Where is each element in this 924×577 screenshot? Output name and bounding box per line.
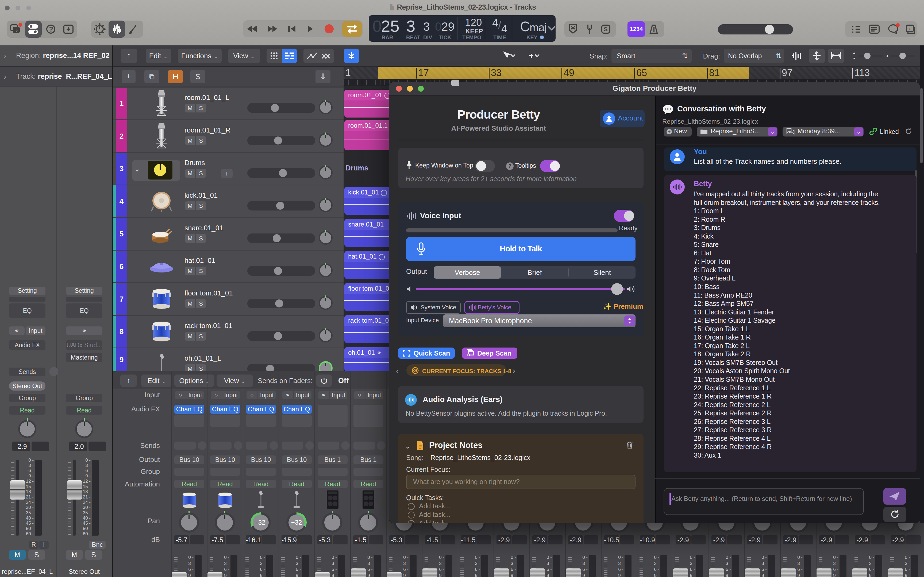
svg-text:TICK: TICK	[439, 34, 451, 40]
svg-text:S: S	[604, 26, 608, 32]
svg-text:♪: ♪	[16, 27, 18, 33]
svg-text:TIME: TIME	[493, 34, 506, 40]
svg-text:KEY: KEY	[527, 34, 538, 40]
svg-text:maj: maj	[530, 22, 547, 34]
svg-text:?: ?	[49, 25, 53, 33]
svg-text:BAR: BAR	[381, 34, 393, 40]
svg-text:29: 29	[441, 20, 454, 33]
svg-text:3: 3	[423, 20, 430, 33]
svg-text:BEAT: BEAT	[406, 34, 420, 40]
svg-text:0: 0	[435, 20, 441, 33]
svg-text:0: 0	[372, 17, 381, 35]
svg-text:/: /	[498, 19, 501, 31]
svg-text:4: 4	[501, 23, 507, 34]
svg-text:♪: ♪	[908, 26, 911, 31]
svg-text:25: 25	[381, 17, 399, 35]
svg-text:DIV: DIV	[423, 34, 432, 40]
svg-text:4: 4	[492, 17, 498, 29]
svg-text:KEEP: KEEP	[465, 27, 483, 35]
svg-text:120: 120	[465, 17, 482, 28]
svg-text:TEMPO: TEMPO	[462, 34, 481, 40]
svg-text:C: C	[520, 19, 530, 34]
svg-text:3: 3	[406, 17, 415, 35]
